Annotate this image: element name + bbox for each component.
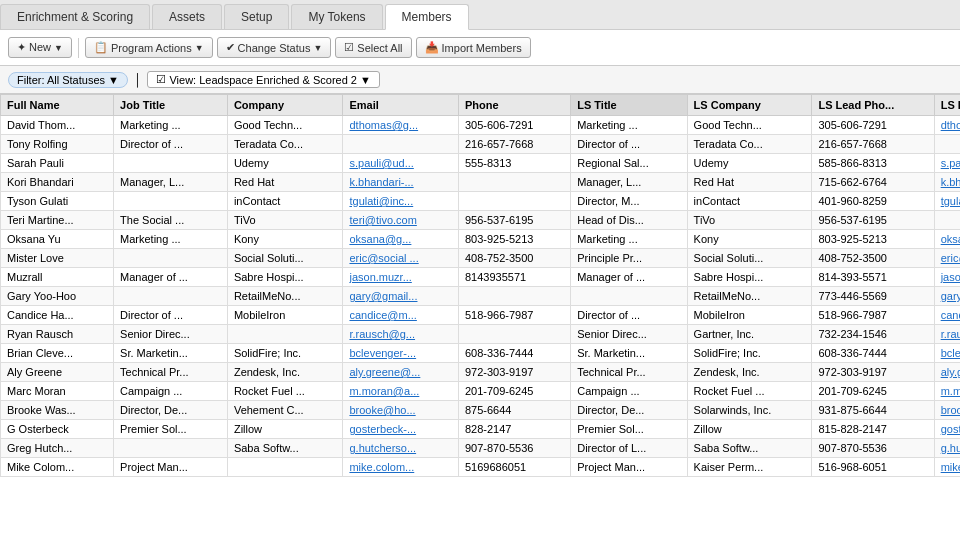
tab-members[interactable]: Members	[385, 4, 469, 30]
table-cell[interactable]: jason.muzr...	[934, 268, 960, 287]
tab-enrichment-scoring[interactable]: Enrichment & Scoring	[0, 4, 150, 29]
program-actions-button[interactable]: 📋 Program Actions ▼	[85, 37, 213, 58]
table-row: Brooke Was...Director, De...Vehement C..…	[1, 401, 961, 420]
table-cell[interactable]: brooke@ho...	[343, 401, 459, 420]
new-button[interactable]: ✦ New ▼	[8, 37, 72, 58]
col-ls-company[interactable]: LS Company	[687, 95, 812, 116]
import-members-button[interactable]: 📥 Import Members	[416, 37, 531, 58]
table-cell[interactable]: k.bhandari-...	[934, 173, 960, 192]
view-separator: │	[134, 73, 142, 87]
table-cell: 814-393-5571	[812, 268, 934, 287]
table-cell[interactable]: oksana@ko...	[934, 230, 960, 249]
table-cell[interactable]: mike.colom...	[934, 458, 960, 477]
col-company[interactable]: Company	[227, 95, 343, 116]
table-cell: Solarwinds, Inc.	[687, 401, 812, 420]
change-status-button[interactable]: ✔ Change Status ▼	[217, 37, 332, 58]
table-cell[interactable]: mike.colom...	[343, 458, 459, 477]
table-cell: Sr. Marketin...	[114, 344, 228, 363]
table-cell: 972-303-9197	[812, 363, 934, 382]
table-cell[interactable]: aly.greene@...	[343, 363, 459, 382]
members-table-container: Full Name Job Title Company Email Phone …	[0, 94, 960, 552]
table-body: David Thom...Marketing ...Good Techn...d…	[1, 116, 961, 477]
view-tag[interactable]: ☑ View: Leadspace Enriched & Scored 2 ▼	[147, 71, 379, 88]
table-cell: Marketing ...	[114, 230, 228, 249]
table-cell[interactable]: jason.muzr...	[343, 268, 459, 287]
table-cell: Director, De...	[114, 401, 228, 420]
table-cell[interactable]: k.bhandari-...	[343, 173, 459, 192]
table-cell[interactable]: teri@tivo.com	[343, 211, 459, 230]
col-phone[interactable]: Phone	[458, 95, 570, 116]
select-all-button[interactable]: ☑ Select All	[335, 37, 411, 58]
table-cell[interactable]: tgulati@inc...	[343, 192, 459, 211]
table-cell[interactable]: r.rausch@g...	[343, 325, 459, 344]
table-cell[interactable]: gosterbeck-...	[934, 420, 960, 439]
table-cell[interactable]: bclevenger-...	[343, 344, 459, 363]
table-cell[interactable]: brooke@sol...	[934, 401, 960, 420]
table-row: G OsterbeckPremier Sol...Zillowgosterbec…	[1, 420, 961, 439]
table-cell[interactable]: oksana@g...	[343, 230, 459, 249]
table-cell[interactable]: bclevenger-...	[934, 344, 960, 363]
table-cell: 828-2147	[458, 420, 570, 439]
table-cell: Udemy	[687, 154, 812, 173]
table-cell: 803-925-5213	[458, 230, 570, 249]
table-cell[interactable]: eric@social ...	[343, 249, 459, 268]
table-cell: 408-752-3500	[458, 249, 570, 268]
table-cell[interactable]: eric@social ...	[934, 249, 960, 268]
table-cell: Greg Hutch...	[1, 439, 114, 458]
table-cell: Vehement C...	[227, 401, 343, 420]
table-cell: Zillow	[227, 420, 343, 439]
table-cell[interactable]: g.hutcherso...	[934, 439, 960, 458]
table-cell[interactable]: candice@m...	[343, 306, 459, 325]
col-job-title[interactable]: Job Title	[114, 95, 228, 116]
table-cell: Teradata Co...	[227, 135, 343, 154]
table-cell[interactable]: r.rausch@g...	[934, 325, 960, 344]
view-dropdown-arrow: ▼	[360, 74, 371, 86]
col-ls-lead-email[interactable]: LS Lead Email	[934, 95, 960, 116]
table-cell: 585-866-8313	[812, 154, 934, 173]
table-cell: Director of ...	[114, 135, 228, 154]
change-status-icon: ✔	[226, 41, 235, 54]
table-cell	[227, 325, 343, 344]
table-cell: inContact	[227, 192, 343, 211]
table-cell[interactable]: dthomas@g...	[343, 116, 459, 135]
table-cell[interactable]: tgulati@inc...	[934, 192, 960, 211]
table-cell[interactable]: g.hutcherso...	[343, 439, 459, 458]
table-cell[interactable]: gary@retail...	[934, 287, 960, 306]
table-cell[interactable]: candice@m...	[934, 306, 960, 325]
table-cell[interactable]: aly.greene@...	[934, 363, 960, 382]
table-cell: Aly Greene	[1, 363, 114, 382]
table-cell[interactable]	[343, 135, 459, 154]
tab-setup[interactable]: Setup	[224, 4, 289, 29]
table-cell: 972-303-9197	[458, 363, 570, 382]
table-cell[interactable]: gosterbeck-...	[343, 420, 459, 439]
table-cell: David Thom...	[1, 116, 114, 135]
table-cell: Saba Softw...	[227, 439, 343, 458]
table-cell: Candice Ha...	[1, 306, 114, 325]
table-row: Candice Ha...Director of ...MobileIronca…	[1, 306, 961, 325]
col-full-name[interactable]: Full Name	[1, 95, 114, 116]
table-cell[interactable]: s.pauli@ud...	[343, 154, 459, 173]
table-cell[interactable]: m.moran@a...	[934, 382, 960, 401]
table-cell[interactable]	[934, 135, 960, 154]
import-members-icon: 📥	[425, 41, 439, 54]
table-cell[interactable]: gary@gmail...	[343, 287, 459, 306]
table-cell: Gartner, Inc.	[687, 325, 812, 344]
table-cell[interactable]	[934, 211, 960, 230]
col-email[interactable]: Email	[343, 95, 459, 116]
table-cell: Senior Direc...	[114, 325, 228, 344]
col-ls-title[interactable]: LS Title	[571, 95, 687, 116]
filter-status-tag[interactable]: Filter: All Statuses ▼	[8, 72, 128, 88]
table-cell: G Osterbeck	[1, 420, 114, 439]
table-cell: 931-875-6644	[812, 401, 934, 420]
table-cell[interactable]: dthomas@g...	[934, 116, 960, 135]
table-cell	[114, 192, 228, 211]
table-cell: Campaign ...	[114, 382, 228, 401]
table-cell: 216-657-7668	[458, 135, 570, 154]
tab-assets[interactable]: Assets	[152, 4, 222, 29]
table-cell: 956-537-6195	[812, 211, 934, 230]
table-cell[interactable]: m.moran@a...	[343, 382, 459, 401]
col-ls-lead-phone[interactable]: LS Lead Pho...	[812, 95, 934, 116]
tab-my-tokens[interactable]: My Tokens	[291, 4, 382, 29]
table-cell[interactable]: s.pauli@ud...	[934, 154, 960, 173]
table-cell: Technical Pr...	[571, 363, 687, 382]
